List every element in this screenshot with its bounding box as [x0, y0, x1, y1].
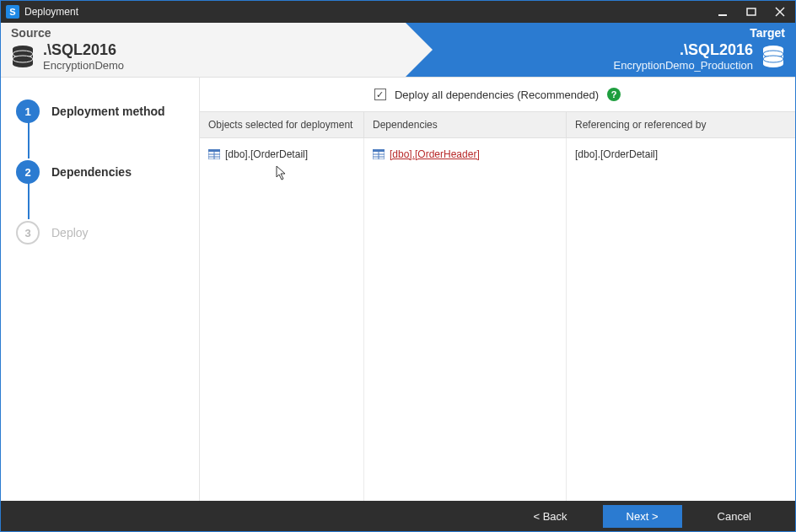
titlebar: S Deployment — [1, 1, 795, 23]
dependency-row[interactable]: [dbo].[OrderHeader] — [373, 147, 557, 162]
deploy-all-row: ✓ Deploy all dependencies (Recommended) … — [200, 78, 795, 111]
close-button[interactable] — [768, 3, 792, 20]
main-area: 1 Deployment method 2 Dependencies 3 Dep… — [1, 77, 795, 501]
step-label: Dependencies — [51, 165, 132, 179]
table-icon — [208, 149, 220, 159]
col-header-dependencies: Dependencies — [364, 112, 567, 137]
target-label: Target — [416, 26, 785, 40]
target-database: EncryptionDemo_Production — [614, 59, 753, 72]
step-label: Deploy — [51, 226, 89, 239]
step-number: 2 — [16, 160, 40, 184]
step-number: 1 — [16, 99, 40, 123]
cancel-button[interactable]: Cancel — [694, 505, 775, 528]
database-icon — [11, 44, 35, 69]
footer-bar: < Back Next > Cancel — [1, 501, 795, 531]
maximize-button[interactable] — [740, 3, 763, 20]
svg-rect-15 — [208, 149, 220, 152]
app-icon: S — [6, 5, 19, 19]
svg-point-13 — [763, 56, 783, 62]
next-button[interactable]: Next > — [603, 505, 682, 528]
step-number: 3 — [16, 221, 40, 245]
referenced-by-row: [dbo].[OrderDetail] — [575, 147, 787, 162]
dependency-link[interactable]: [dbo].[OrderHeader] — [390, 148, 480, 160]
header-band: Source .\SQL2016 EncryptionDemo — [1, 23, 795, 77]
col-header-selected: Objects selected for deployment — [200, 112, 364, 137]
window-title: Deployment — [24, 6, 711, 18]
col-selected-objects: [dbo].[OrderDetail] — [200, 138, 364, 501]
svg-point-8 — [13, 56, 33, 62]
target-server: .\SQL2016 — [614, 41, 753, 59]
back-button[interactable]: < Back — [509, 505, 590, 528]
window-controls — [711, 3, 792, 20]
minimize-button[interactable] — [711, 3, 734, 20]
selected-object-row[interactable]: [dbo].[OrderDetail] — [208, 147, 355, 162]
cursor-icon — [276, 165, 288, 180]
referenced-by-name: [dbo].[OrderDetail] — [575, 148, 658, 160]
step-dependencies[interactable]: 2 Dependencies — [16, 153, 191, 214]
col-header-referencing: Referencing or referenced by — [567, 112, 795, 137]
source-database: EncryptionDemo — [43, 59, 124, 72]
column-headers: Objects selected for deployment Dependen… — [200, 111, 795, 138]
step-deployment-method[interactable]: 1 Deployment method — [16, 93, 191, 153]
col-dependencies: [dbo].[OrderHeader] — [364, 138, 567, 501]
col-referencing: [dbo].[OrderDetail] — [567, 138, 795, 501]
source-server: .\SQL2016 — [43, 41, 124, 59]
steps-nav: 1 Deployment method 2 Dependencies 3 Dep… — [1, 78, 200, 501]
content-area: ✓ Deploy all dependencies (Recommended) … — [200, 78, 795, 501]
deployment-window: S Deployment Source — [0, 0, 796, 532]
deploy-all-label: Deploy all dependencies (Recommended) — [395, 89, 599, 101]
step-label: Deployment method — [51, 105, 165, 118]
table-icon — [373, 149, 385, 159]
source-panel: Source .\SQL2016 EncryptionDemo — [1, 23, 406, 77]
selected-object-name: [dbo].[OrderDetail] — [225, 148, 308, 160]
source-label: Source — [11, 26, 395, 40]
svg-rect-20 — [373, 149, 385, 152]
deploy-all-checkbox[interactable]: ✓ — [374, 89, 386, 100]
database-icon — [761, 44, 785, 69]
columns-body: [dbo].[OrderDetail] — [200, 138, 795, 501]
help-icon[interactable]: ? — [607, 88, 621, 101]
target-panel: Target .\SQL2016 EncryptionDemo_Producti… — [406, 23, 795, 77]
step-deploy[interactable]: 3 Deploy — [16, 214, 191, 275]
svg-rect-1 — [747, 8, 756, 15]
